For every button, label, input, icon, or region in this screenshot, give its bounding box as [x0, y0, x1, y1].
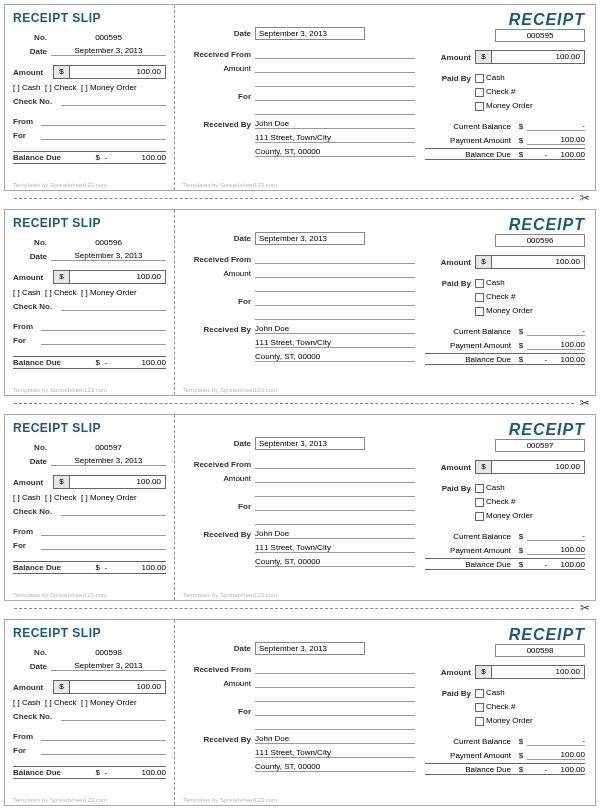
check-option: [ ] Check	[45, 287, 77, 298]
amount-box: $100.00	[53, 65, 166, 79]
receipt-main-panel: DateSeptember 3, 2013 Received From Amou…	[175, 210, 595, 395]
check-no-value	[61, 301, 166, 311]
main-date-value: September 3, 2013	[255, 642, 365, 655]
label-received-from: Received From	[185, 255, 255, 264]
label-amount-main: Amount	[425, 53, 475, 62]
slip-date-value: September 3, 2013	[51, 46, 166, 56]
currency-symbol: $	[54, 476, 70, 488]
label-amount: Amount	[13, 478, 53, 487]
currency-symbol: $	[54, 271, 70, 283]
currency-symbol: $	[54, 66, 70, 78]
scissor-cut-line: ✂	[0, 601, 600, 615]
label-current-balance: Current Balance	[425, 327, 515, 336]
label-payment-amount: Payment Amount	[425, 546, 515, 555]
slip-amount-value: 100.00	[70, 476, 165, 488]
label-from: From	[13, 732, 41, 741]
current-balance-value: -	[527, 121, 585, 131]
slip-title: RECEIPT SLIP	[13, 626, 166, 640]
label-from: From	[13, 117, 41, 126]
payment-method-row: [ ] Cash [ ] Check [ ] Money Order	[13, 81, 166, 93]
checkbox-money-order	[475, 717, 484, 726]
label-amount: Amount	[13, 683, 53, 692]
receipt-title: RECEIPT	[425, 421, 585, 439]
label-for-main: For	[185, 92, 255, 101]
label-balance-due-main: Balance Due	[425, 560, 515, 569]
address-line-2: County, ST, 00000	[255, 762, 415, 772]
address-line-2: County, ST, 00000	[255, 352, 415, 362]
from-value	[41, 526, 166, 536]
for-main-value	[255, 296, 415, 306]
main-date-value: September 3, 2013	[255, 437, 365, 450]
label-payment-amount: Payment Amount	[425, 751, 515, 760]
label-amount: Amount	[13, 68, 53, 77]
label-date: Date	[13, 47, 51, 56]
label-date-main: Date	[185, 234, 255, 243]
address-line-1: 111 Street, Town/City	[255, 748, 415, 758]
check-option: [ ] Check	[45, 492, 77, 503]
label-amount-main: Amount	[425, 668, 475, 677]
label-date: Date	[13, 662, 51, 671]
for-main-value	[255, 91, 415, 101]
amount-box-main: $100.00	[475, 460, 585, 474]
slip-balance-value: 100.00	[142, 768, 166, 777]
checkbox-check	[475, 498, 484, 507]
for-value	[41, 745, 166, 755]
check-no-value	[61, 711, 166, 721]
check-no-value	[61, 506, 166, 516]
slip-balance-value: 100.00	[142, 563, 166, 572]
receipt-title: RECEIPT	[425, 216, 585, 234]
received-from-value	[255, 664, 415, 674]
label-for: For	[13, 746, 41, 755]
slip-balance-row: Balance Due $ - 100.00	[13, 766, 166, 779]
for-main-value	[255, 706, 415, 716]
slip-title: RECEIPT SLIP	[13, 11, 166, 25]
from-value	[41, 731, 166, 741]
slip-date-value: September 3, 2013	[51, 456, 166, 466]
template-credit: Templates by Spreadsheet123.com	[13, 182, 107, 188]
label-balance-due: Balance Due	[13, 563, 61, 572]
amount-box: $100.00	[53, 680, 166, 694]
payment-method-row: [ ] Cash [ ] Check [ ] Money Order	[13, 491, 166, 503]
amount-box-main: $100.00	[475, 665, 585, 679]
label-date-main: Date	[185, 644, 255, 653]
scissor-cut-line: ✂	[0, 191, 600, 205]
receipt-slip-panel: RECEIPT SLIP No.000596 DateSeptember 3, …	[5, 210, 175, 395]
label-current-balance: Current Balance	[425, 737, 515, 746]
label-for: For	[13, 336, 41, 345]
payment-amount-value: 100.00	[527, 135, 585, 145]
check-option: [ ] Check	[45, 697, 77, 708]
payment-method-row: [ ] Cash [ ] Check [ ] Money Order	[13, 286, 166, 298]
slip-amount-value: 100.00	[70, 681, 165, 693]
label-current-balance: Current Balance	[425, 122, 515, 131]
label-check-no: Check No.	[13, 302, 61, 311]
received-by-value: John Doe	[255, 529, 415, 539]
checkbox-cash	[475, 74, 484, 83]
checkbox-check	[475, 293, 484, 302]
main-no-value: 000596	[495, 234, 585, 247]
payment-method-row: [ ] Cash [ ] Check [ ] Money Order	[13, 696, 166, 708]
amount-text-value	[255, 473, 415, 483]
slip-balance-row: Balance Due $ - 100.00	[13, 356, 166, 369]
slip-balance-row: Balance Due $ - 100.00	[13, 151, 166, 164]
template-credit: Templates by Spreadsheet123.com	[13, 592, 107, 598]
label-payment-amount: Payment Amount	[425, 136, 515, 145]
label-received-from: Received From	[185, 665, 255, 674]
label-balance-due: Balance Due	[13, 358, 61, 367]
from-value	[41, 116, 166, 126]
template-credit: Templates by Spreadsheet123.com	[13, 387, 107, 393]
received-from-value	[255, 459, 415, 469]
slip-balance-value: 100.00	[142, 358, 166, 367]
amount-box: $100.00	[53, 270, 166, 284]
receipt-title: RECEIPT	[425, 11, 585, 29]
current-balance-value: -	[527, 326, 585, 336]
label-date: Date	[13, 252, 51, 261]
receipt-unit: RECEIPT SLIP No.000596 DateSeptember 3, …	[4, 209, 596, 396]
checkbox-money-order	[475, 102, 484, 111]
balance-due-main-value: 100.00	[561, 765, 585, 774]
slip-title: RECEIPT SLIP	[13, 421, 166, 435]
label-received-by: Received By	[185, 735, 255, 744]
label-check-no: Check No.	[13, 97, 61, 106]
receipt-unit: RECEIPT SLIP No.000598 DateSeptember 3, …	[4, 619, 596, 806]
checkbox-cash	[475, 689, 484, 698]
main-no-value: 000598	[495, 644, 585, 657]
